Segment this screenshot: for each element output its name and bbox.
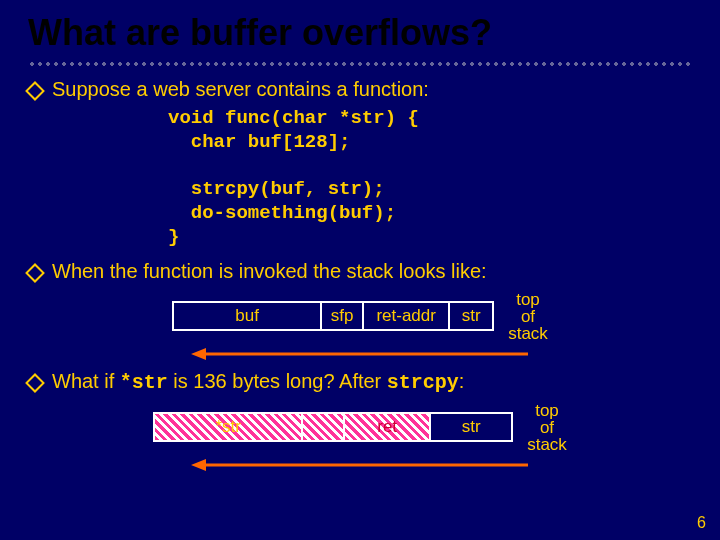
arrow-left-icon [190,457,530,473]
stack-diagram-after: *str ret str top of stack [28,402,692,453]
diamond-icon [25,373,45,393]
diamond-icon [25,81,45,101]
code-line-2: char buf[128]; [168,131,350,153]
tos-stack: stack [508,324,548,343]
stack-diagram-before: buf sfp ret-addr str top of stack [28,291,692,342]
code-line-5: do-something(buf); [168,202,396,224]
cell-ret-addr: ret-addr [364,301,450,331]
cell-star-str: *str [153,412,303,442]
bullet-1: Suppose a web server contains a function… [28,78,692,101]
code-line-4: strcpy(buf, str); [168,178,385,200]
cell-buf: buf [172,301,322,331]
arrow-left-icon [190,346,530,362]
b3-code-str: *str [120,371,168,394]
code-block: void func(char *str) { char buf[128]; st… [168,107,692,250]
slide-title: What are buffer overflows? [0,0,720,60]
cell-str-after: str [431,412,513,442]
b3-code-strcpy: strcpy [387,371,459,394]
bullet-1-text: Suppose a web server contains a function… [52,78,692,101]
arrow-left-1 [190,344,530,360]
b3-pre: What if [52,370,120,392]
cell-sfp: sfp [322,301,364,331]
bullet-2: When the function is invoked the stack l… [28,260,692,283]
b3-mid: is 136 bytes long? After [168,370,387,392]
top-of-stack-label-2: top of stack [527,402,567,453]
title-divider [28,60,692,66]
cell-sfp-overwritten [303,412,345,442]
code-line-6: } [168,226,179,248]
code-line-1: void func(char *str) { [168,107,419,129]
svg-marker-3 [191,459,206,471]
cell-str: str [450,301,494,331]
stack-row-before: buf sfp ret-addr str [172,301,494,331]
slide-number: 6 [697,514,706,532]
slide-content: Suppose a web server contains a function… [0,78,720,471]
top-of-stack-label: top of stack [508,291,548,342]
bullet-3-text: What if *str is 136 bytes long? After st… [52,370,692,394]
tos-stack-2: stack [527,435,567,454]
arrow-left-2 [190,455,530,471]
svg-marker-1 [191,348,206,360]
bullet-3: What if *str is 136 bytes long? After st… [28,370,692,394]
stack-row-after: *str ret str [153,412,513,442]
b3-post: : [459,370,465,392]
bullet-2-text: When the function is invoked the stack l… [52,260,692,283]
diamond-icon [25,263,45,283]
cell-ret-overwritten: ret [345,412,431,442]
